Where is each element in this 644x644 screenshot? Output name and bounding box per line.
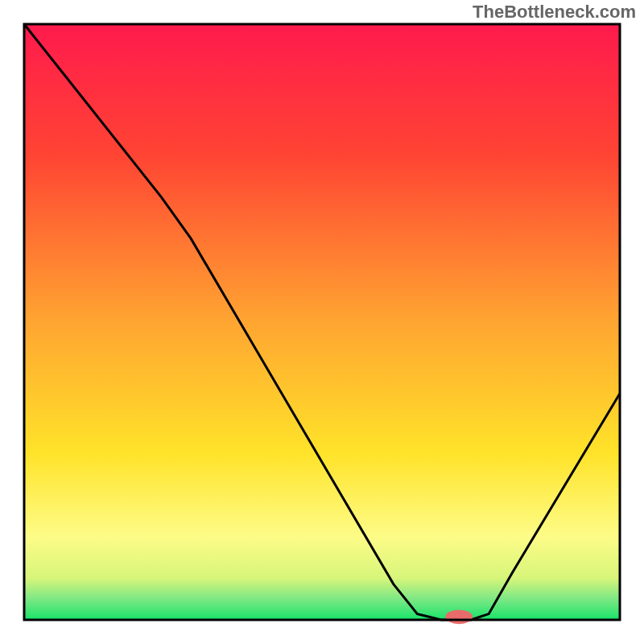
optimal-marker (445, 609, 473, 624)
bottleneck-chart (0, 0, 644, 644)
plot-background (24, 24, 620, 620)
watermark-text: TheBottleneck.com (473, 2, 636, 23)
chart-container: TheBottleneck.com (0, 0, 644, 644)
